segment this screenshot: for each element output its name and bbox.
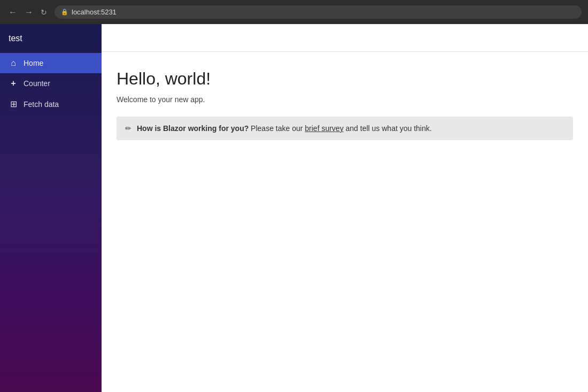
home-icon [9,58,18,68]
address-bar[interactable]: 🔒 localhost:5231 [55,5,582,19]
grid-icon [9,99,18,109]
survey-text: How is Blazor working for you? Please ta… [137,124,432,133]
forward-button[interactable]: → [22,6,35,19]
survey-pre-link: Please take our [249,124,305,133]
security-icon: 🔒 [61,9,68,16]
survey-post-link: and tell us what you think. [344,124,432,133]
refresh-button[interactable]: ↻ [38,6,49,19]
sidebar-item-counter-label: Counter [24,79,50,88]
browser-chrome: ← → ↻ 🔒 localhost:5231 [0,0,588,24]
sidebar-item-counter[interactable]: Counter [0,73,102,94]
app-title: test [0,24,102,53]
app-container: test Home Counter Fetch data Hello, worl… [0,24,588,392]
page-title: Hello, world! [117,69,573,89]
survey-banner: ✏ How is Blazor working for you? Please … [117,117,573,140]
sidebar-item-fetch-data[interactable]: Fetch data [0,94,102,114]
sidebar-item-fetch-data-label: Fetch data [24,100,59,109]
top-bar [102,24,588,52]
sidebar: test Home Counter Fetch data [0,24,102,392]
page-subtitle: Welcome to your new app. [117,95,573,104]
content: Hello, world! Welcome to your new app. ✏… [102,52,588,392]
sidebar-item-home-label: Home [24,59,43,67]
survey-link[interactable]: brief survey [305,124,343,133]
pencil-icon: ✏ [125,124,131,133]
back-button[interactable]: ← [6,6,19,19]
survey-bold-text: How is Blazor working for you? [137,124,249,133]
url-display: localhost:5231 [72,8,117,16]
nav-buttons: ← → ↻ [6,6,49,19]
main-area: Hello, world! Welcome to your new app. ✏… [102,24,588,392]
sidebar-item-home[interactable]: Home [0,53,102,73]
plus-icon [9,79,18,88]
